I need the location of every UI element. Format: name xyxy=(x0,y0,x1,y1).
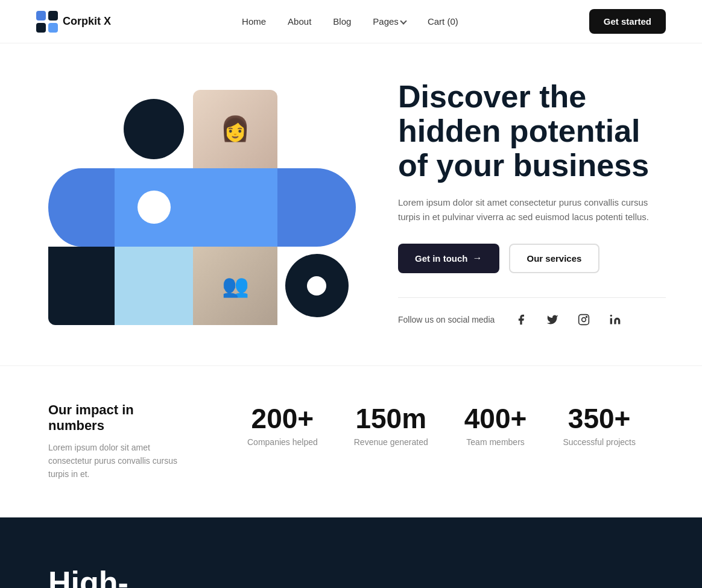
social-row: Follow us on social media xyxy=(398,297,666,329)
svg-rect-4 xyxy=(579,314,589,324)
stat-projects: 350+ Successful projects xyxy=(563,402,636,447)
svg-point-5 xyxy=(582,317,586,321)
svg-rect-2 xyxy=(36,23,46,33)
stat-revenue: 150m Revenue generated xyxy=(354,402,428,447)
logo-link[interactable]: Corpkit X xyxy=(36,11,111,33)
mosaic-empty-2 xyxy=(277,90,356,168)
mosaic-blue-center xyxy=(115,168,193,247)
svg-rect-3 xyxy=(48,23,58,33)
stats-heading: Our impact in numbers xyxy=(48,402,193,434)
hero-section: 👩 👥 Discov xyxy=(0,43,702,365)
nav-blog[interactable]: Blog xyxy=(333,16,351,27)
stat-number-companies: 200+ xyxy=(247,402,318,435)
mosaic-photo-1: 👩 xyxy=(193,90,277,168)
svg-rect-0 xyxy=(36,11,46,21)
mosaic-dark-bottom-left xyxy=(48,247,115,325)
stat-label-projects: Successful projects xyxy=(563,437,636,447)
logo-text: Corpkit X xyxy=(63,15,111,28)
nav-links: Home About Blog Pages Cart (0) xyxy=(242,16,458,27)
hero-buttons: Get in touch → Our services xyxy=(398,244,666,273)
mosaic-photo-2: 👥 xyxy=(193,247,277,325)
navbar: Corpkit X Home About Blog Pages Cart (0)… xyxy=(0,0,702,43)
hero-description: Lorem ipsum dolor sit amet consectetur p… xyxy=(398,195,651,224)
svg-point-7 xyxy=(610,314,612,316)
mosaic-blue-right xyxy=(193,168,277,247)
stat-label-team: Team members xyxy=(464,437,527,447)
svg-point-6 xyxy=(586,316,587,317)
arrow-right-icon: → xyxy=(473,253,482,264)
mosaic-dark-circle-top xyxy=(115,90,193,168)
nav-cart[interactable]: Cart (0) xyxy=(428,16,458,27)
instagram-icon[interactable] xyxy=(574,310,593,329)
mosaic-blue-left xyxy=(48,168,115,247)
facebook-icon[interactable] xyxy=(511,310,531,329)
dark-section-icons xyxy=(253,566,386,588)
nav-home[interactable]: Home xyxy=(242,16,266,27)
stat-number-projects: 350+ xyxy=(563,402,636,435)
nav-about[interactable]: About xyxy=(288,16,311,27)
mosaic-empty-1 xyxy=(48,90,115,168)
stats-section: Our impact in numbers Lorem ipsum dolor … xyxy=(0,365,702,517)
get-started-button[interactable]: Get started xyxy=(589,9,666,34)
dark-section: High-impact xyxy=(0,517,702,588)
twitter-icon[interactable] xyxy=(543,310,562,329)
linkedin-icon[interactable] xyxy=(606,310,625,329)
mosaic-blue-arc xyxy=(277,168,356,247)
stats-grid: 200+ Companies helped 150m Revenue gener… xyxy=(229,402,654,447)
get-in-touch-button[interactable]: Get in touch → xyxy=(398,244,499,273)
stat-number-revenue: 150m xyxy=(354,402,428,435)
hero-mosaic: 👩 👥 xyxy=(48,90,362,319)
stats-description: Lorem ipsum dolor sit amet consectetur p… xyxy=(48,441,193,481)
nav-pages[interactable]: Pages xyxy=(373,16,406,27)
hero-title: Discover the hidden potential of your bu… xyxy=(398,80,666,183)
stat-number-team: 400+ xyxy=(464,402,527,435)
stat-label-companies: Companies helped xyxy=(247,437,318,447)
svg-rect-1 xyxy=(48,11,58,21)
logo-icon xyxy=(36,11,58,33)
social-label: Follow us on social media xyxy=(398,315,495,324)
checkmark-icon xyxy=(338,578,386,588)
stats-intro: Our impact in numbers Lorem ipsum dolor … xyxy=(48,402,193,481)
mosaic-light-blue xyxy=(115,247,193,325)
stat-label-revenue: Revenue generated xyxy=(354,437,428,447)
hero-content: Discover the hidden potential of your bu… xyxy=(398,80,666,329)
stat-companies: 200+ Companies helped xyxy=(247,402,318,447)
swirl-icon xyxy=(253,578,302,588)
mosaic-dark-circle-bottom xyxy=(277,247,356,325)
dark-section-title: High-impact xyxy=(48,566,217,588)
our-services-button[interactable]: Our services xyxy=(509,244,600,273)
stat-team: 400+ Team members xyxy=(464,402,527,447)
chevron-down-icon xyxy=(400,17,406,24)
